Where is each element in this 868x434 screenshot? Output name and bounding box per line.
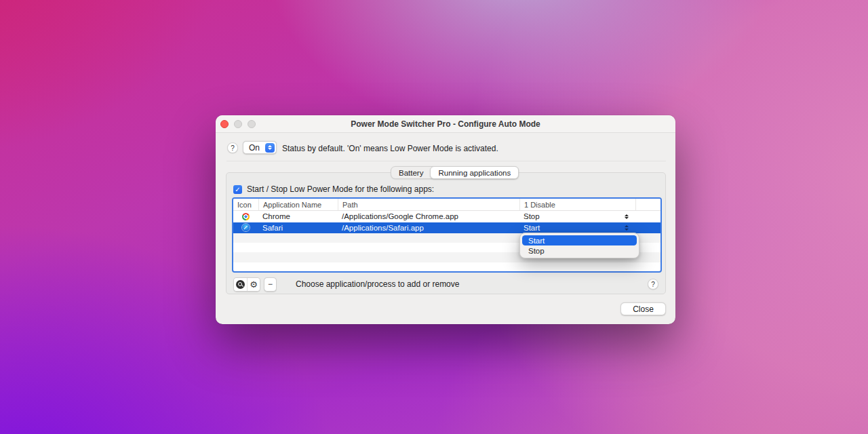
remove-button[interactable]: − bbox=[264, 277, 277, 292]
action-dropdown-menu: Start Stop bbox=[519, 233, 639, 258]
popup-stepper-icon bbox=[265, 143, 275, 153]
app-name: Chrome bbox=[258, 211, 338, 222]
table-row-empty bbox=[233, 262, 660, 272]
action-value: Start bbox=[524, 224, 540, 232]
status-description: Status by default. 'On' means Low Power … bbox=[282, 144, 498, 153]
tab-bar: Battery Running applications bbox=[391, 166, 519, 179]
menu-item-stop[interactable]: Stop bbox=[522, 245, 637, 256]
safari-icon bbox=[242, 224, 250, 231]
app-window: Power Mode Switcher Pro - Configure Auto… bbox=[216, 115, 675, 324]
divider bbox=[226, 161, 666, 161]
app-path: /Applications/Google Chrome.app bbox=[338, 211, 519, 222]
status-help-button[interactable]: ? bbox=[227, 142, 238, 153]
action-popup-safari[interactable]: Start bbox=[519, 222, 635, 234]
close-button[interactable]: Close bbox=[620, 302, 666, 315]
low-power-checkbox[interactable]: ✓ bbox=[233, 185, 242, 194]
app-path: /Applications/Safari.app bbox=[338, 222, 519, 234]
add-process-button[interactable]: ⚙ bbox=[247, 278, 260, 291]
column-header-path[interactable]: Path bbox=[338, 199, 519, 210]
table-row-safari[interactable]: Safari /Applications/Safari.app Start bbox=[233, 222, 660, 234]
low-power-checkbox-row: ✓ Start / Stop Low Power Mode for the fo… bbox=[233, 184, 434, 194]
table-toolbar: ⚙ − Choose application/process to add or… bbox=[233, 277, 658, 292]
chevron-up-down-icon bbox=[625, 225, 629, 231]
titlebar: Power Mode Switcher Pro - Configure Auto… bbox=[216, 115, 675, 133]
menu-item-start[interactable]: Start bbox=[522, 235, 637, 245]
toolbar-hint-text: Choose application/process to add or rem… bbox=[296, 279, 459, 289]
action-popup-chrome[interactable]: Stop bbox=[519, 211, 635, 222]
add-buttons-group: ⚙ bbox=[233, 277, 260, 292]
table-header: Icon Application Name Path 1 Disable bbox=[233, 199, 660, 211]
table-help-button[interactable]: ? bbox=[648, 279, 658, 290]
tab-battery[interactable]: Battery bbox=[391, 167, 431, 178]
application-scope-icon bbox=[236, 280, 245, 289]
status-popup-value: On bbox=[249, 143, 260, 153]
chrome-icon bbox=[242, 213, 250, 220]
column-header-application-name[interactable]: Application Name bbox=[258, 199, 338, 210]
add-application-button[interactable] bbox=[234, 278, 247, 291]
column-header-blank bbox=[635, 199, 660, 210]
app-name: Safari bbox=[258, 222, 338, 234]
table-row-chrome[interactable]: Chrome /Applications/Google Chrome.app S… bbox=[233, 211, 660, 222]
status-default-popup[interactable]: On bbox=[243, 141, 277, 154]
low-power-checkbox-label: Start / Stop Low Power Mode for the foll… bbox=[247, 184, 434, 194]
column-header-icon[interactable]: Icon bbox=[233, 199, 258, 210]
desktop-wallpaper: { "window": { "title": "Power Mode Switc… bbox=[0, 0, 868, 434]
window-title: Power Mode Switcher Pro - Configure Auto… bbox=[216, 115, 675, 133]
gear-icon: ⚙ bbox=[250, 280, 258, 289]
action-value: Stop bbox=[524, 212, 540, 220]
column-header-disable[interactable]: 1 Disable bbox=[519, 199, 635, 210]
tab-running-applications[interactable]: Running applications bbox=[430, 166, 519, 179]
chevron-up-down-icon bbox=[625, 214, 629, 220]
